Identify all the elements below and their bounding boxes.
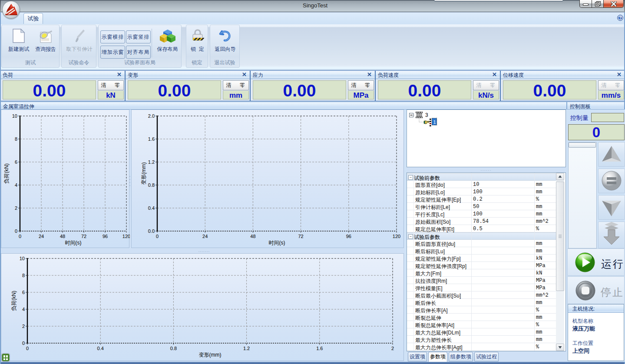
svg-text:24: 24 (202, 234, 208, 239)
svg-text:72: 72 (81, 234, 86, 239)
svg-text:6: 6 (22, 290, 25, 295)
svg-text:0: 0 (22, 341, 25, 346)
svg-text:3: 3 (425, 112, 428, 118)
svg-text:0: 0 (156, 234, 159, 239)
svg-text:48: 48 (250, 234, 255, 239)
svg-text:0: 0 (26, 346, 29, 351)
svg-text:72: 72 (298, 234, 303, 239)
svg-text:2: 2 (15, 205, 17, 211)
svg-text:时间(s): 时间(s) (269, 240, 285, 246)
svg-text:1.2: 1.2 (148, 159, 155, 165)
svg-text:0.8: 0.8 (170, 346, 177, 351)
svg-text:变形(mm): 变形(mm) (141, 162, 147, 185)
svg-text:120: 120 (393, 234, 400, 239)
svg-text:0: 0 (19, 234, 21, 239)
svg-text:0.4: 0.4 (148, 205, 155, 211)
svg-text:2.0: 2.0 (148, 113, 155, 119)
svg-text:10: 10 (12, 113, 17, 119)
svg-text:24: 24 (39, 234, 44, 239)
svg-text:0: 0 (15, 228, 17, 234)
svg-text:0.0: 0.0 (148, 228, 155, 234)
svg-text:120: 120 (122, 234, 130, 239)
svg-text:时间(s): 时间(s) (65, 240, 82, 246)
svg-text:2: 2 (22, 324, 25, 329)
svg-text:变形(mm): 变形(mm) (199, 352, 222, 358)
svg-text:96: 96 (103, 234, 108, 239)
svg-text:0.4: 0.4 (97, 346, 104, 351)
svg-text:48: 48 (60, 234, 65, 239)
svg-text:8: 8 (15, 136, 17, 142)
svg-text:1.2: 1.2 (243, 346, 250, 351)
svg-text:1: 1 (433, 119, 436, 125)
svg-text:负荷(kN): 负荷(kN) (11, 291, 17, 311)
svg-text:1.6: 1.6 (148, 136, 155, 142)
svg-text:1.6: 1.6 (316, 346, 323, 351)
svg-text:负荷(kN): 负荷(kN) (3, 163, 10, 184)
svg-text:0.8: 0.8 (148, 182, 155, 188)
svg-text:8: 8 (22, 273, 25, 278)
svg-text:4: 4 (15, 182, 17, 188)
svg-text:4: 4 (22, 307, 25, 312)
svg-text:2: 2 (391, 346, 394, 351)
svg-text:6: 6 (15, 159, 17, 165)
svg-text:96: 96 (346, 234, 351, 239)
svg-text:10: 10 (20, 256, 25, 261)
